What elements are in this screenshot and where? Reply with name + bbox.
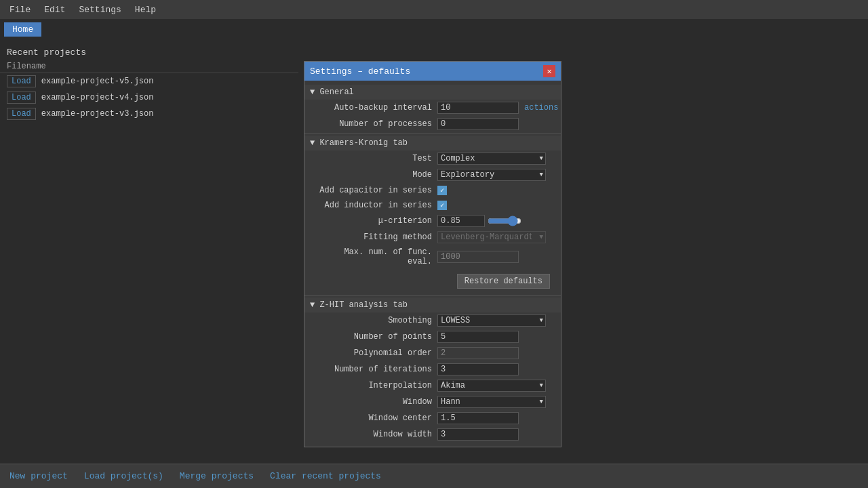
win-width-row: Window width (304, 426, 561, 443)
add-cap-checkbox-container: ✓ (437, 186, 447, 195)
statusbar: New project Load project(s) Merge projec… (0, 464, 868, 488)
win-center-row: Window center (304, 410, 561, 426)
num-iter-input[interactable] (437, 363, 519, 375)
win-width-input[interactable] (437, 428, 519, 441)
menu-settings[interactable]: Settings (72, 2, 127, 18)
home-button[interactable]: Home (4, 22, 41, 37)
merge-projects-button[interactable]: Merge projects (177, 470, 256, 483)
smoothing-select[interactable]: LOWESS Savitzky-Golay None (437, 314, 546, 327)
interp-row: Interpolation Akima Linear Cubic (304, 378, 561, 394)
load-project-button[interactable]: Load project(s) (81, 470, 166, 483)
table-row: Load example-project-v4.json (0, 89, 298, 106)
add-ind-label: Add inductor in series (315, 201, 437, 210)
general-header-label: ▼ General (310, 87, 354, 97)
restore-defaults-button[interactable]: Restore defaults (457, 274, 550, 289)
mode-select[interactable]: Exploratory Manual (437, 169, 546, 181)
auto-backup-input[interactable] (437, 102, 519, 114)
add-ind-row: Add inductor in series ✓ (304, 198, 561, 213)
menubar: File Edit Settings Help (0, 0, 868, 19)
max-eval-row: Max. num. of func. eval. (304, 245, 561, 268)
dialog-body: ▼ General Auto-backup interval actions N… (304, 81, 561, 447)
dialog-titlebar: Settings – defaults ✕ (304, 62, 561, 81)
test-row: Test Complex Real Imaginary (304, 150, 561, 167)
clear-recent-button[interactable]: Clear recent projects (267, 470, 384, 483)
win-center-input[interactable] (437, 412, 519, 424)
table-row: Load example-project-v5.json (0, 73, 298, 89)
zhit-header-label: ▼ Z-HIT analysis tab (310, 300, 408, 310)
auto-backup-label: Auto-backup interval (315, 103, 437, 113)
smoothing-label: Smoothing (315, 316, 437, 325)
add-cap-checkbox[interactable]: ✓ (437, 186, 447, 195)
filename-column-header: Filename (7, 62, 46, 71)
menu-file[interactable]: File (3, 2, 37, 18)
num-points-input[interactable] (437, 331, 519, 343)
recent-projects-title: Recent projects (0, 45, 298, 60)
table-row: Load example-project-v3.json (0, 106, 298, 122)
dialog-close-button[interactable]: ✕ (543, 65, 555, 77)
filename-0: example-project-v5.json (41, 77, 154, 86)
kk-header-label: ▼ Kramers-Kronig tab (310, 138, 408, 148)
mu-slider[interactable] (488, 216, 521, 226)
poly-order-row: Polynomial order (304, 345, 561, 361)
zhit-section-header[interactable]: ▼ Z-HIT analysis tab (304, 298, 561, 312)
actions-link[interactable]: actions (524, 103, 558, 113)
poly-order-input (437, 347, 519, 359)
kk-section-header[interactable]: ▼ Kramers-Kronig tab (304, 136, 561, 150)
num-iter-label: Number of iterations (315, 365, 437, 374)
fitting-select: Levenberg-Marquardt Trust Region (437, 231, 546, 243)
filename-1: example-project-v4.json (41, 93, 154, 102)
window-row: Window Hann Hamming Blackman (304, 394, 561, 410)
menu-edit[interactable]: Edit (37, 2, 72, 18)
max-eval-input (437, 251, 519, 263)
interp-label: Interpolation (315, 381, 437, 390)
load-button-0[interactable]: Load (7, 75, 36, 87)
fitting-label: Fitting method (315, 232, 437, 242)
load-button-2[interactable]: Load (7, 108, 36, 120)
mu-label: μ-criterion (315, 216, 437, 226)
table-header: Filename (0, 60, 298, 73)
smoothing-row: Smoothing LOWESS Savitzky-Golay None (304, 312, 561, 329)
add-ind-checkbox[interactable]: ✓ (437, 201, 447, 210)
dialog-title: Settings – defaults (310, 66, 410, 77)
num-processes-input[interactable] (437, 118, 519, 130)
num-processes-label: Number of processes (315, 119, 437, 129)
test-label: Test (315, 154, 437, 163)
test-select[interactable]: Complex Real Imaginary (437, 152, 546, 165)
mu-row: μ-criterion (304, 213, 561, 229)
win-width-label: Window width (315, 430, 437, 439)
win-center-label: Window center (315, 413, 437, 423)
interp-select[interactable]: Akima Linear Cubic (437, 380, 546, 392)
fitting-row: Fitting method Levenberg-Marquardt Trust… (304, 229, 561, 245)
mode-row: Mode Exploratory Manual (304, 167, 561, 183)
left-panel: Recent projects Filename Load example-pr… (0, 39, 298, 464)
navbar: Home (0, 19, 868, 39)
add-ind-checkbox-container: ✓ (437, 201, 447, 210)
num-processes-row: Number of processes (304, 116, 561, 132)
new-project-button[interactable]: New project (7, 470, 71, 483)
num-iter-row: Number of iterations (304, 361, 561, 378)
menu-help[interactable]: Help (128, 2, 163, 18)
auto-backup-row: Auto-backup interval actions (304, 100, 561, 116)
settings-dialog: Settings – defaults ✕ ▼ General Auto-bac… (304, 61, 561, 447)
load-button-1[interactable]: Load (7, 92, 36, 104)
max-eval-label: Max. num. of func. eval. (315, 247, 437, 266)
num-points-label: Number of points (315, 332, 437, 342)
mode-label: Mode (315, 170, 437, 180)
mu-input[interactable] (437, 215, 485, 227)
mu-slider-container (437, 215, 521, 227)
filename-2: example-project-v3.json (41, 109, 154, 119)
num-points-row: Number of points (304, 329, 561, 345)
poly-order-label: Polynomial order (315, 348, 437, 358)
window-label: Window (315, 397, 437, 407)
add-cap-row: Add capacitor in series ✓ (304, 183, 561, 198)
window-select[interactable]: Hann Hamming Blackman (437, 396, 546, 408)
general-section-header[interactable]: ▼ General (304, 85, 561, 100)
add-cap-label: Add capacitor in series (315, 186, 437, 195)
